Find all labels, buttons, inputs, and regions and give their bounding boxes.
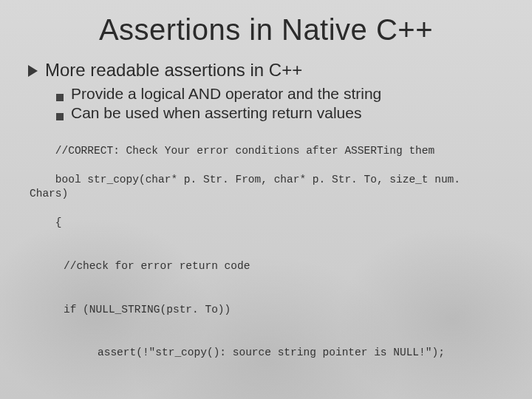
bullet-level2: Provide a logical AND operator and the s… — [56, 85, 504, 103]
code-line: //CORRECT: Check Your error conditions a… — [55, 145, 434, 157]
slide-title: Assertions in Native C++ — [28, 13, 504, 47]
slide: Assertions in Native C++ More readable a… — [0, 0, 532, 399]
code-line: assert(!"str_copy(): source string point… — [30, 346, 504, 361]
code-line: //check for error return code — [30, 259, 504, 274]
code-block: //CORRECT: Check Your error conditions a… — [28, 129, 504, 399]
square-bullet-icon — [56, 94, 64, 101]
code-line: { — [55, 216, 62, 228]
bullet-level2: Can be used when asserting return values — [56, 104, 504, 122]
arrow-right-icon — [28, 65, 38, 77]
bullet-level2-text: Can be used when asserting return values — [71, 104, 361, 122]
code-blank-line — [30, 389, 504, 399]
code-line: bool str_copy(char* p. Str. From, char* … — [30, 174, 467, 200]
bullet-level1-text: More readable assertions in C++ — [45, 60, 302, 81]
square-bullet-icon — [56, 113, 64, 120]
bullet-level2-text: Provide a logical AND operator and the s… — [71, 85, 381, 103]
code-line: if (NULL_STRING(pstr. To)) — [30, 303, 504, 318]
bullet-level1: More readable assertions in C++ — [28, 60, 504, 81]
